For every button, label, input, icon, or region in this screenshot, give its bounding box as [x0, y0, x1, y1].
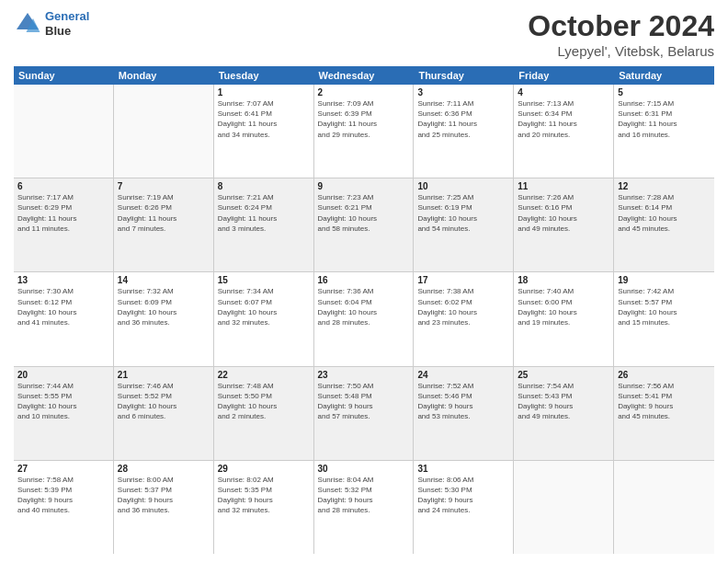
cell-content: Sunrise: 7:32 AM Sunset: 6:09 PM Dayligh…: [118, 286, 210, 327]
calendar-row: 1Sunrise: 7:07 AM Sunset: 6:41 PM Daylig…: [14, 85, 714, 178]
calendar-header-cell: Saturday: [614, 66, 714, 85]
cell-content: Sunrise: 7:13 AM Sunset: 6:34 PM Dayligh…: [518, 98, 609, 140]
day-number: 27: [17, 464, 109, 474]
calendar-cell: 31Sunrise: 8:06 AM Sunset: 5:30 PM Dayli…: [414, 461, 514, 554]
day-number: 31: [417, 464, 509, 474]
cell-content: Sunrise: 7:36 AM Sunset: 6:04 PM Dayligh…: [318, 286, 410, 327]
calendar-header-cell: Friday: [514, 66, 614, 85]
cell-content: Sunrise: 8:02 AM Sunset: 5:35 PM Dayligh…: [218, 475, 310, 516]
day-number: 18: [518, 275, 609, 285]
calendar-row: 27Sunrise: 7:58 AM Sunset: 5:39 PM Dayli…: [14, 461, 714, 554]
cell-content: Sunrise: 7:09 AM Sunset: 6:39 PM Dayligh…: [318, 98, 410, 140]
calendar-cell: 16Sunrise: 7:36 AM Sunset: 6:04 PM Dayli…: [314, 272, 415, 365]
day-number: 28: [118, 464, 210, 474]
calendar-body: 1Sunrise: 7:07 AM Sunset: 6:41 PM Daylig…: [14, 85, 714, 554]
cell-content: Sunrise: 8:06 AM Sunset: 5:30 PM Dayligh…: [417, 475, 509, 516]
calendar-cell: 12Sunrise: 7:28 AM Sunset: 6:14 PM Dayli…: [614, 178, 714, 271]
day-number: 20: [17, 370, 109, 380]
day-number: 24: [417, 370, 509, 380]
calendar-cell: 26Sunrise: 7:56 AM Sunset: 5:41 PM Dayli…: [614, 367, 714, 460]
day-number: 6: [17, 181, 109, 191]
cell-content: Sunrise: 7:07 AM Sunset: 6:41 PM Dayligh…: [218, 98, 310, 140]
day-number: 10: [417, 181, 509, 191]
calendar-cell: 18Sunrise: 7:40 AM Sunset: 6:00 PM Dayli…: [514, 272, 614, 365]
calendar-cell: 14Sunrise: 7:32 AM Sunset: 6:09 PM Dayli…: [114, 272, 214, 365]
calendar-header-cell: Thursday: [414, 66, 514, 85]
calendar-cell: 9Sunrise: 7:23 AM Sunset: 6:21 PM Daylig…: [314, 178, 415, 271]
calendar-cell: 8Sunrise: 7:21 AM Sunset: 6:24 PM Daylig…: [214, 178, 314, 271]
calendar-row: 13Sunrise: 7:30 AM Sunset: 6:12 PM Dayli…: [14, 272, 714, 366]
calendar-cell: 22Sunrise: 7:48 AM Sunset: 5:50 PM Dayli…: [214, 367, 314, 460]
cell-content: Sunrise: 7:25 AM Sunset: 6:19 PM Dayligh…: [417, 192, 509, 234]
day-number: 9: [318, 181, 410, 191]
day-number: 15: [218, 275, 310, 285]
calendar-cell: 11Sunrise: 7:26 AM Sunset: 6:16 PM Dayli…: [514, 178, 614, 271]
calendar-cell: 13Sunrise: 7:30 AM Sunset: 6:12 PM Dayli…: [14, 272, 114, 365]
cell-content: Sunrise: 7:26 AM Sunset: 6:16 PM Dayligh…: [518, 192, 609, 234]
cell-content: Sunrise: 7:56 AM Sunset: 5:41 PM Dayligh…: [618, 381, 711, 422]
day-number: 23: [318, 370, 410, 380]
logo: General Blue: [14, 9, 89, 38]
calendar-cell: 27Sunrise: 7:58 AM Sunset: 5:39 PM Dayli…: [14, 461, 114, 554]
day-number: 17: [417, 275, 509, 285]
subtitle: Lyepyel', Vitebsk, Belarus: [528, 43, 714, 59]
calendar-cell: 7Sunrise: 7:19 AM Sunset: 6:26 PM Daylig…: [114, 178, 214, 271]
calendar-cell: 4Sunrise: 7:13 AM Sunset: 6:34 PM Daylig…: [514, 85, 614, 178]
calendar-cell: 21Sunrise: 7:46 AM Sunset: 5:52 PM Dayli…: [114, 367, 214, 460]
calendar-header-cell: Wednesday: [314, 66, 415, 85]
day-number: 5: [618, 87, 711, 98]
calendar-row: 6Sunrise: 7:17 AM Sunset: 6:29 PM Daylig…: [14, 178, 714, 272]
day-number: 12: [618, 181, 711, 191]
header: General Blue October 2024 Lyepyel', Vite…: [14, 9, 714, 59]
calendar-cell: 19Sunrise: 7:42 AM Sunset: 5:57 PM Dayli…: [614, 272, 714, 365]
main-title: October 2024: [528, 9, 714, 43]
day-number: 25: [518, 370, 609, 380]
cell-content: Sunrise: 7:15 AM Sunset: 6:31 PM Dayligh…: [618, 98, 711, 140]
logo-text: General Blue: [45, 9, 89, 38]
day-number: 13: [17, 275, 109, 285]
day-number: 8: [218, 181, 310, 191]
cell-content: Sunrise: 7:44 AM Sunset: 5:55 PM Dayligh…: [17, 381, 109, 422]
day-number: 19: [618, 275, 711, 285]
cell-content: Sunrise: 7:46 AM Sunset: 5:52 PM Dayligh…: [118, 381, 210, 422]
calendar-cell: 20Sunrise: 7:44 AM Sunset: 5:55 PM Dayli…: [14, 367, 114, 460]
cell-content: Sunrise: 7:38 AM Sunset: 6:02 PM Dayligh…: [417, 286, 509, 327]
day-number: 11: [518, 181, 609, 191]
cell-content: Sunrise: 7:30 AM Sunset: 6:12 PM Dayligh…: [17, 286, 109, 327]
calendar-cell: 30Sunrise: 8:04 AM Sunset: 5:32 PM Dayli…: [314, 461, 415, 554]
calendar-header-cell: Tuesday: [214, 66, 314, 85]
cell-content: Sunrise: 7:42 AM Sunset: 5:57 PM Dayligh…: [618, 286, 711, 327]
day-number: 14: [118, 275, 210, 285]
calendar-row: 20Sunrise: 7:44 AM Sunset: 5:55 PM Dayli…: [14, 367, 714, 461]
calendar-cell: 25Sunrise: 7:54 AM Sunset: 5:43 PM Dayli…: [514, 367, 614, 460]
day-number: 4: [518, 87, 609, 98]
cell-content: Sunrise: 7:17 AM Sunset: 6:29 PM Dayligh…: [17, 192, 109, 234]
cell-content: Sunrise: 7:11 AM Sunset: 6:36 PM Dayligh…: [417, 98, 509, 140]
day-number: 16: [318, 275, 410, 285]
calendar-cell: [114, 85, 214, 178]
cell-content: Sunrise: 7:50 AM Sunset: 5:48 PM Dayligh…: [318, 381, 410, 422]
cell-content: Sunrise: 7:48 AM Sunset: 5:50 PM Dayligh…: [218, 381, 310, 422]
cell-content: Sunrise: 8:00 AM Sunset: 5:37 PM Dayligh…: [118, 475, 210, 516]
calendar-cell: [514, 461, 614, 554]
calendar-cell: 17Sunrise: 7:38 AM Sunset: 6:02 PM Dayli…: [414, 272, 514, 365]
day-number: 22: [218, 370, 310, 380]
cell-content: Sunrise: 7:34 AM Sunset: 6:07 PM Dayligh…: [218, 286, 310, 327]
calendar-cell: [614, 461, 714, 554]
calendar-cell: 5Sunrise: 7:15 AM Sunset: 6:31 PM Daylig…: [614, 85, 714, 178]
cell-content: Sunrise: 7:23 AM Sunset: 6:21 PM Dayligh…: [318, 192, 410, 234]
calendar-cell: 28Sunrise: 8:00 AM Sunset: 5:37 PM Dayli…: [114, 461, 214, 554]
cell-content: Sunrise: 8:04 AM Sunset: 5:32 PM Dayligh…: [318, 475, 410, 516]
cell-content: Sunrise: 7:28 AM Sunset: 6:14 PM Dayligh…: [618, 192, 711, 234]
page: General Blue October 2024 Lyepyel', Vite…: [0, 0, 728, 563]
day-number: 2: [318, 87, 410, 98]
cell-content: Sunrise: 7:54 AM Sunset: 5:43 PM Dayligh…: [518, 381, 609, 422]
calendar: SundayMondayTuesdayWednesdayThursdayFrid…: [14, 66, 714, 554]
calendar-header: SundayMondayTuesdayWednesdayThursdayFrid…: [14, 66, 714, 85]
cell-content: Sunrise: 7:19 AM Sunset: 6:26 PM Dayligh…: [118, 192, 210, 234]
calendar-cell: 23Sunrise: 7:50 AM Sunset: 5:48 PM Dayli…: [314, 367, 415, 460]
calendar-header-cell: Sunday: [14, 66, 114, 85]
cell-content: Sunrise: 7:40 AM Sunset: 6:00 PM Dayligh…: [518, 286, 609, 327]
calendar-cell: 24Sunrise: 7:52 AM Sunset: 5:46 PM Dayli…: [414, 367, 514, 460]
day-number: 7: [118, 181, 210, 191]
